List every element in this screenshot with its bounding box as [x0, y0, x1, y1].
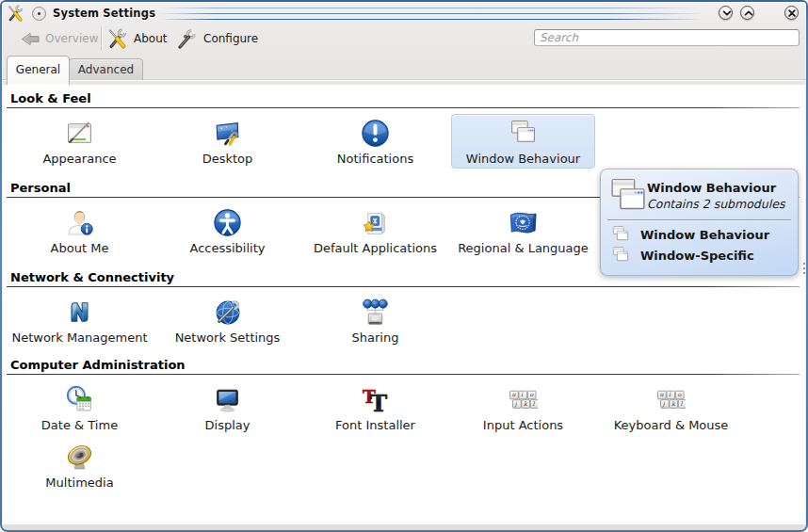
- close-icon: [786, 8, 798, 19]
- section-title: Computer Administration: [7, 347, 800, 375]
- configure-button[interactable]: Configure: [175, 24, 258, 54]
- module-input-actions[interactable]: Input Actions: [449, 380, 597, 435]
- maximize-button[interactable]: [740, 6, 754, 20]
- notifications-icon: [361, 119, 390, 148]
- module-multimedia[interactable]: Multimedia: [6, 438, 154, 492]
- chevron-up-icon: [743, 8, 754, 19]
- module-display[interactable]: Display: [154, 380, 301, 435]
- titlebar-stripes: [160, 2, 704, 24]
- desktop-icon: [213, 119, 242, 148]
- tooltip-title: Window Behaviour: [647, 181, 776, 195]
- pin-button[interactable]: [32, 7, 46, 21]
- search-input[interactable]: [534, 29, 800, 46]
- back-arrow-icon: [21, 32, 40, 46]
- default-applications-icon: [361, 208, 390, 237]
- module-keyboard-mouse[interactable]: Keyboard & Mouse: [597, 380, 745, 435]
- configure-label: Configure: [203, 32, 258, 45]
- sharing-icon: [361, 298, 390, 327]
- module-desktop[interactable]: Desktop: [154, 114, 301, 169]
- module-sharing[interactable]: Sharing: [301, 293, 449, 347]
- toolbar: Overview About Configure: [2, 24, 806, 54]
- appearance-icon: [65, 119, 94, 148]
- toolbar-separator: [101, 26, 102, 51]
- font-installer-icon: [361, 385, 390, 414]
- window-behaviour-icon: [611, 246, 630, 265]
- configure-wrench-icon: [175, 28, 199, 49]
- module-appearance[interactable]: Appearance: [6, 114, 154, 169]
- multimedia-icon: [65, 443, 94, 472]
- module-network-management[interactable]: Network Management: [6, 293, 154, 347]
- tab-advanced[interactable]: Advanced: [69, 58, 143, 80]
- module-accessibility[interactable]: Accessibility: [154, 203, 301, 258]
- module-tooltip: Window Behaviour Contains 2 submodules W…: [600, 169, 799, 276]
- network-management-icon: [65, 298, 94, 327]
- module-list: Look & Feel Appearance Desktop Notificat…: [3, 85, 805, 524]
- module-date-time[interactable]: Date & Time: [6, 380, 154, 435]
- module-default-applications[interactable]: Default Applications: [301, 203, 449, 258]
- section-title: Look & Feel: [7, 85, 800, 108]
- tab-general[interactable]: General: [7, 56, 70, 85]
- close-button[interactable]: [784, 6, 799, 20]
- section-computer-administration: Computer Administration Date & Time Disp…: [3, 347, 805, 492]
- chevron-down-icon: [721, 8, 733, 19]
- about-me-icon: [65, 208, 94, 237]
- module-font-installer[interactable]: Font Installer: [301, 380, 449, 435]
- display-icon: [213, 385, 242, 414]
- window-resize-grip[interactable]: [803, 260, 806, 277]
- module-about-me[interactable]: About Me: [6, 203, 154, 258]
- network-settings-icon: [213, 298, 242, 327]
- module-network-settings[interactable]: Network Settings: [154, 293, 301, 347]
- keyboard-mouse-icon: [656, 385, 686, 414]
- about-tools-icon: [107, 28, 129, 49]
- module-notifications[interactable]: Notifications: [301, 114, 449, 169]
- minimize-button[interactable]: [719, 6, 733, 20]
- app-icon: [8, 5, 24, 22]
- regional-language-icon: [509, 208, 538, 237]
- overview-label: Overview: [45, 32, 99, 45]
- section-look-and-feel: Look & Feel Appearance Desktop Notificat…: [3, 85, 805, 169]
- about-button[interactable]: About: [107, 24, 167, 54]
- overview-button[interactable]: Overview: [21, 24, 99, 54]
- module-window-behaviour[interactable]: Window Behaviour: [449, 114, 597, 169]
- window-behaviour-icon: [607, 176, 649, 218]
- module-regional-language[interactable]: Regional & Language: [449, 203, 597, 258]
- window: System Settings Overview About: [0, 0, 808, 532]
- input-actions-icon: [509, 385, 538, 414]
- tab-bar: General Advanced: [2, 54, 806, 85]
- accessibility-icon: [213, 208, 242, 237]
- window-behaviour-icon: [611, 225, 630, 244]
- tooltip-subtitle: Contains 2 submodules: [647, 197, 784, 211]
- window-title: System Settings: [53, 7, 155, 20]
- tooltip-separator: [607, 219, 791, 220]
- date-time-icon: [65, 385, 94, 414]
- about-label: About: [134, 32, 167, 45]
- titlebar[interactable]: System Settings: [2, 2, 806, 24]
- window-behaviour-icon: [509, 119, 538, 148]
